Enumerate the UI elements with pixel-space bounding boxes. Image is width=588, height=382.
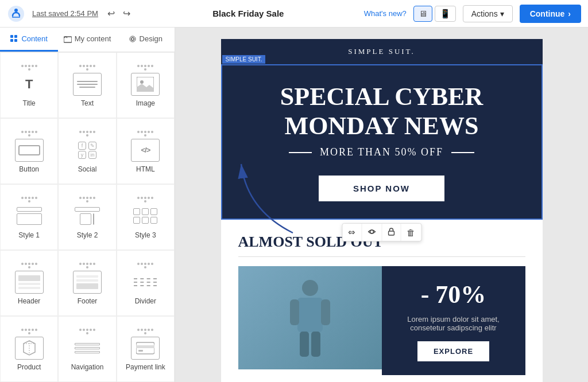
svg-rect-12 xyxy=(136,345,154,348)
svg-rect-15 xyxy=(388,231,394,235)
canvas-wrapper: SIMPLE SUIT. SIMPLE SUIT. ⇔ 🗑 xyxy=(221,39,543,371)
chevron-down-icon: ▾ xyxy=(500,9,504,18)
sidebar-item-product[interactable]: Product xyxy=(0,316,58,382)
sidebar-item-navigation[interactable]: Navigation xyxy=(58,316,116,382)
toolbar-visibility-button[interactable] xyxy=(362,224,382,241)
payment-link-icon xyxy=(131,337,160,360)
settings-icon xyxy=(129,35,137,43)
title-icon: T xyxy=(15,73,44,96)
undo-redo-group: ↩ ↪ xyxy=(105,6,133,21)
svg-rect-4 xyxy=(10,39,13,42)
sidebar-item-payment-link[interactable]: Payment link xyxy=(117,316,175,382)
svg-point-7 xyxy=(131,37,134,40)
svg-rect-2 xyxy=(10,35,13,38)
product-icon xyxy=(15,337,44,360)
sidebar-item-divider[interactable]: Divider xyxy=(117,250,175,316)
sidebar-item-social[interactable]: f ✎ y in Social xyxy=(58,118,116,184)
svg-rect-18 xyxy=(290,299,299,325)
whats-new-link[interactable]: What's new? xyxy=(364,9,407,18)
almost-divider xyxy=(238,256,525,257)
redo-button[interactable]: ↪ xyxy=(121,6,133,21)
mobile-view-button[interactable]: 📱 xyxy=(435,6,456,22)
selected-block-label: SIMPLE SUIT. xyxy=(222,55,266,64)
view-toggle-group: 🖥 📱 xyxy=(413,6,456,22)
text-icon xyxy=(73,73,102,96)
toolbar-delete-button[interactable]: 🗑 xyxy=(401,224,421,241)
continue-button[interactable]: Continue › xyxy=(520,5,581,23)
svg-rect-3 xyxy=(14,35,17,38)
tab-content[interactable]: Content xyxy=(0,28,58,52)
svg-rect-20 xyxy=(300,332,309,357)
svg-rect-13 xyxy=(138,350,143,352)
sidebar-tabs: Content My content Design xyxy=(0,28,175,52)
sidebar-item-footer[interactable]: Footer xyxy=(58,250,116,316)
footer-icon xyxy=(73,271,102,294)
document-title: Black Friday Sale xyxy=(140,9,357,18)
tab-my-content[interactable]: My content xyxy=(58,28,116,52)
hero-line-left xyxy=(289,152,312,153)
svg-rect-17 xyxy=(297,298,323,332)
divider-icon xyxy=(131,271,160,294)
explore-button[interactable]: EXPLORE xyxy=(417,341,489,361)
navigation-icon xyxy=(73,337,102,360)
last-saved-link[interactable]: Last saved 2:54 PM xyxy=(32,9,98,18)
hero-block[interactable]: SIMPLE SUIT. ⇔ 🗑 SPECIAL CYBER MONDAY NE… xyxy=(221,64,543,220)
toolbar-move-button[interactable]: ⇔ xyxy=(342,224,362,241)
sidebar-items-grid: T Title Text Image xyxy=(0,52,175,382)
folder-icon xyxy=(64,35,72,43)
html-icon: </> xyxy=(131,139,160,162)
almost-grid: - 70% Lorem ipsum dolor sit amet, conset… xyxy=(238,266,525,375)
sidebar-item-text[interactable]: Text xyxy=(58,52,116,118)
style3-icon xyxy=(131,205,160,228)
almost-sold-out-section: ALMOST SOLD OUT xyxy=(221,220,543,382)
sidebar-item-html[interactable]: </> HTML xyxy=(117,118,175,184)
svg-point-16 xyxy=(302,280,318,296)
shop-now-button[interactable]: SHOP NOW xyxy=(319,176,444,201)
svg-point-0 xyxy=(8,6,24,22)
lorem-text: Lorem ipsum dolor sit amet, consetetur s… xyxy=(392,315,515,332)
svg-point-10 xyxy=(140,80,144,84)
top-nav: Last saved 2:54 PM ↩ ↪ Black Friday Sale… xyxy=(0,0,588,28)
canvas-area: SIMPLE SUIT. SIMPLE SUIT. ⇔ 🗑 xyxy=(175,28,588,382)
sidebar-item-header[interactable]: Header xyxy=(0,250,58,316)
app-logo xyxy=(7,5,25,23)
sidebar-item-style1[interactable]: Style 1 xyxy=(0,184,58,250)
actions-button[interactable]: Actions ▾ xyxy=(463,5,513,22)
button-icon xyxy=(15,139,44,162)
email-canvas: SIMPLE SUIT. SIMPLE SUIT. ⇔ 🗑 xyxy=(221,39,543,382)
toolbar-lock-button[interactable] xyxy=(382,224,401,241)
discount-label: - 70% xyxy=(421,280,486,309)
svg-point-1 xyxy=(14,9,18,12)
hero-title: SPECIAL CYBER MONDAY NEWS xyxy=(239,83,524,141)
sidebar-item-button[interactable]: Button xyxy=(0,118,58,184)
main-area: Content My content Design T Title xyxy=(0,28,588,382)
grid-icon xyxy=(10,35,18,43)
social-icon: f ✎ y in xyxy=(73,139,102,162)
email-brand-header: SIMPLE SUIT. xyxy=(221,39,543,64)
sidebar: Content My content Design T Title xyxy=(0,28,175,382)
header-icon xyxy=(15,271,44,294)
undo-button[interactable]: ↩ xyxy=(105,6,117,21)
sidebar-item-style3[interactable]: Style 3 xyxy=(117,184,175,250)
chevron-right-icon: › xyxy=(568,9,571,18)
desktop-view-button[interactable]: 🖥 xyxy=(413,6,432,22)
man-image xyxy=(238,266,382,369)
block-toolbar: ⇔ 🗑 xyxy=(342,223,421,241)
sidebar-item-style2[interactable]: Style 2 xyxy=(58,184,116,250)
almost-dark-panel: - 70% Lorem ipsum dolor sit amet, conset… xyxy=(382,266,525,375)
style2-icon xyxy=(73,205,102,228)
svg-rect-5 xyxy=(14,39,17,42)
hero-subtitle: MORE THAN 50% OFF xyxy=(239,146,524,158)
svg-rect-19 xyxy=(321,299,330,325)
style1-icon xyxy=(15,205,44,228)
svg-rect-21 xyxy=(311,332,320,357)
sidebar-item-image[interactable]: Image xyxy=(117,52,175,118)
image-icon xyxy=(131,73,160,96)
sidebar-item-title[interactable]: T Title xyxy=(0,52,58,118)
tab-design[interactable]: Design xyxy=(117,28,175,52)
hero-line-right xyxy=(451,152,474,153)
svg-point-8 xyxy=(130,36,136,42)
